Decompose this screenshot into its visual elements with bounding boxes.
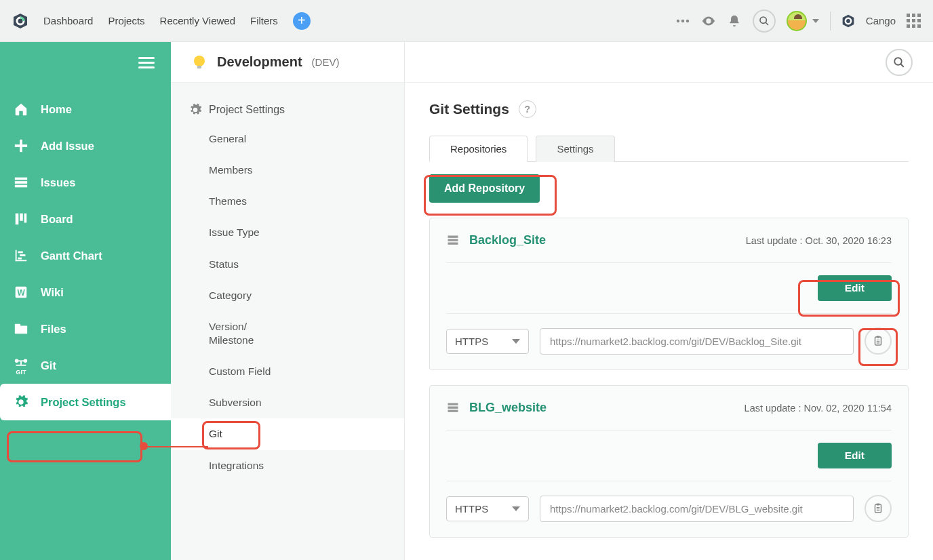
tab-settings[interactable]: Settings — [536, 136, 614, 162]
repo-updated: Last update : Oct. 30, 2020 16:23 — [746, 235, 892, 246]
repo-url-input[interactable] — [540, 496, 854, 522]
protocol-select[interactable]: HTTPS — [446, 496, 529, 521]
top-bar: Dashboard Projects Recently Viewed Filte… — [0, 0, 933, 42]
settings-version-milestone[interactable]: Version/ Milestone — [171, 311, 404, 356]
svg-rect-14 — [15, 185, 27, 188]
svg-rect-12 — [15, 178, 27, 180]
settings-general[interactable]: General — [171, 123, 404, 155]
svg-rect-48 — [877, 504, 880, 506]
sidebar-item-issues[interactable]: Issues — [0, 164, 171, 201]
add-repository-button[interactable]: Add Repository — [429, 174, 540, 203]
settings-integrations[interactable]: Integrations — [171, 450, 404, 481]
topnav-dashboard[interactable]: Dashboard — [43, 15, 93, 26]
sidebar-menu: Home Add Issue Issues Board Gantt Chart … — [0, 91, 171, 420]
settings-category[interactable]: Category — [171, 280, 404, 311]
menu-toggle-icon[interactable] — [138, 54, 155, 71]
copy-button[interactable] — [865, 495, 892, 522]
gear-icon — [14, 395, 28, 409]
edit-button[interactable]: Edit — [818, 275, 892, 301]
svg-rect-37 — [448, 239, 458, 241]
ellipsis-icon[interactable] — [675, 14, 690, 28]
svg-rect-31 — [20, 361, 22, 365]
topnav-filters[interactable]: Filters — [250, 15, 278, 26]
sidebar-label: Home — [41, 103, 72, 116]
tab-repositories[interactable]: Repositories — [429, 136, 528, 162]
svg-rect-39 — [875, 337, 881, 345]
repo-url-input[interactable] — [540, 328, 854, 355]
clipboard-icon — [872, 335, 884, 347]
sidebar-item-board[interactable]: Board — [0, 201, 171, 237]
protocol-select[interactable]: HTTPS — [446, 329, 529, 354]
settings-issue-type[interactable]: Issue Type — [171, 217, 404, 248]
sidebar-label: Issues — [41, 176, 75, 189]
sidebar-item-project-settings[interactable]: Project Settings — [0, 384, 171, 420]
repo-name-link[interactable]: Backlog_Site — [469, 233, 546, 247]
settings-custom-field[interactable]: Custom Field — [171, 356, 404, 387]
settings-git[interactable]: Git — [171, 418, 404, 449]
svg-rect-47 — [875, 504, 881, 513]
sidebar: Home Add Issue Issues Board Gantt Chart … — [0, 42, 171, 560]
bell-icon[interactable] — [727, 14, 742, 28]
eye-icon[interactable] — [701, 14, 716, 28]
sidebar-item-files[interactable]: Files — [0, 311, 171, 347]
sidebar-label: Git — [41, 359, 56, 372]
svg-rect-26 — [15, 324, 20, 327]
settings-column: Development (DEV) Project Settings Gener… — [171, 42, 405, 560]
svg-rect-17 — [24, 214, 27, 223]
sidebar-item-git[interactable]: GIT Git — [0, 347, 171, 384]
svg-rect-20 — [18, 252, 22, 254]
topnav-projects[interactable]: Projects — [108, 15, 144, 26]
repository-card: BLG_website Last update : Nov. 02, 2020 … — [429, 385, 909, 538]
page-title-row: Git Settings ? — [429, 100, 909, 118]
edit-button[interactable]: Edit — [818, 443, 892, 468]
chevron-down-icon[interactable] — [812, 19, 819, 23]
project-key: (DEV) — [312, 56, 340, 68]
settings-heading-label: Project Settings — [209, 104, 285, 116]
sidebar-label: Project Settings — [41, 396, 126, 409]
workspace-name[interactable]: Cango — [866, 15, 896, 26]
repo-url-row: HTTPS — [446, 481, 892, 522]
svg-rect-13 — [15, 181, 27, 184]
app-logo-icon — [12, 13, 28, 29]
add-button[interactable]: + — [293, 12, 311, 30]
avatar[interactable] — [787, 11, 807, 31]
sidebar-item-add-issue[interactable]: Add Issue — [0, 127, 171, 164]
annotation-line — [143, 446, 208, 447]
sidebar-label: Gantt Chart — [41, 249, 102, 262]
sidebar-label: Add Issue — [41, 140, 94, 153]
search-button[interactable] — [886, 49, 913, 76]
settings-subversion[interactable]: Subversion — [171, 387, 404, 418]
settings-members[interactable]: Members — [171, 155, 404, 186]
settings-list: Project Settings General Members Themes … — [171, 83, 404, 481]
svg-rect-11 — [15, 144, 27, 147]
settings-themes[interactable]: Themes — [171, 186, 404, 217]
help-button[interactable]: ? — [519, 100, 536, 118]
repo-name-link[interactable]: BLG_website — [469, 401, 547, 415]
svg-rect-18 — [16, 250, 17, 262]
topbar-search-button[interactable] — [753, 9, 776, 33]
protocol-value: HTTPS — [455, 503, 488, 515]
settings-status[interactable]: Status — [171, 249, 404, 280]
sidebar-item-wiki[interactable]: W Wiki — [0, 274, 171, 311]
files-icon — [14, 321, 28, 336]
main-content: Git Settings ? Repositories Settings Add… — [405, 42, 933, 560]
content-area: Git Settings ? Repositories Settings Add… — [405, 83, 933, 555]
sidebar-item-gantt[interactable]: Gantt Chart — [0, 237, 171, 274]
repo-icon — [446, 401, 460, 415]
sidebar-item-home[interactable]: Home — [0, 91, 171, 127]
repo-header: Backlog_Site Last update : Oct. 30, 2020… — [446, 233, 892, 263]
svg-rect-19 — [16, 260, 27, 261]
topnav-recent[interactable]: Recently Viewed — [160, 15, 235, 26]
protocol-value: HTTPS — [455, 336, 488, 347]
svg-point-4 — [686, 19, 689, 22]
repo-header: BLG_website Last update : Nov. 02, 2020 … — [446, 401, 892, 431]
topbar-left: Dashboard Projects Recently Viewed Filte… — [12, 12, 311, 30]
copy-button[interactable] — [865, 327, 892, 355]
svg-rect-15 — [16, 214, 19, 225]
svg-rect-25 — [15, 325, 27, 334]
list-icon — [14, 175, 28, 190]
svg-rect-22 — [18, 258, 22, 260]
apps-grid-icon[interactable] — [907, 14, 921, 28]
add-repo-row: Add Repository — [429, 174, 909, 203]
svg-rect-21 — [20, 254, 25, 256]
